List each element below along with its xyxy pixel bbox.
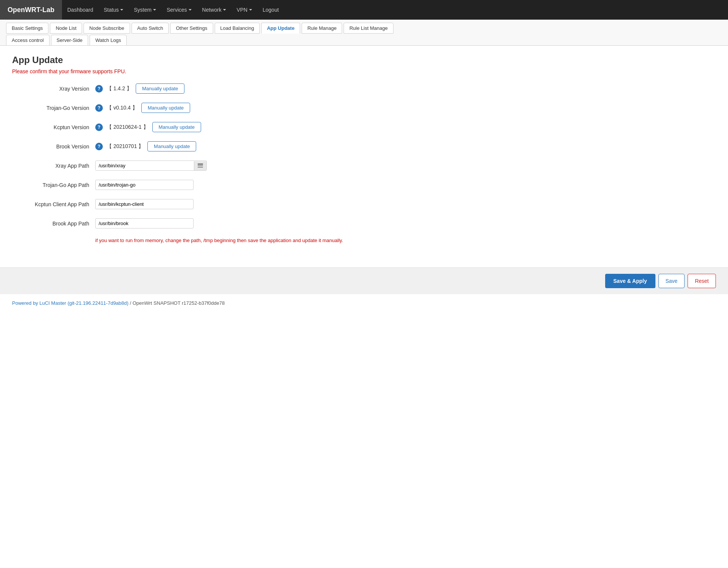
tabs-container: Basic Settings Node List Node Subscribe … bbox=[0, 20, 728, 46]
svg-rect-1 bbox=[198, 165, 203, 166]
kcptun-path-field bbox=[95, 199, 194, 209]
trojan-path-input[interactable] bbox=[95, 180, 194, 190]
nav-item-network[interactable]: Network bbox=[197, 0, 231, 20]
brook-version-row: Brook Version ? 【 20210701 】 Manually up… bbox=[12, 141, 716, 151]
tab-auto-switch[interactable]: Auto Switch bbox=[132, 23, 169, 34]
nav-link-system[interactable]: System bbox=[129, 0, 161, 20]
navbar: OpenWRT-Lab Dashboard Status System Serv… bbox=[0, 0, 728, 20]
main-content: App Update Please confirm that your firm… bbox=[0, 46, 728, 261]
save-button[interactable]: Save bbox=[658, 274, 685, 288]
nav-item-dashboard[interactable]: Dashboard bbox=[62, 0, 99, 20]
kcptun-version-label: Kcptun Version bbox=[12, 124, 95, 130]
tab-basic-settings[interactable]: Basic Settings bbox=[6, 23, 48, 34]
caret-icon bbox=[120, 9, 123, 11]
tab-node-subscribe[interactable]: Node Subscribe bbox=[84, 23, 130, 34]
nav-item-logout[interactable]: Logout bbox=[257, 0, 284, 20]
xray-path-label: Xray App Path bbox=[12, 163, 95, 169]
reset-button[interactable]: Reset bbox=[688, 274, 716, 288]
svg-rect-2 bbox=[198, 167, 203, 168]
brook-update-button[interactable]: Manually update bbox=[147, 141, 196, 151]
trojan-path-row: Trojan-Go App Path bbox=[12, 180, 716, 190]
nav-item-system[interactable]: System bbox=[129, 0, 161, 20]
caret-icon bbox=[153, 9, 156, 11]
tab-node-list[interactable]: Node List bbox=[50, 23, 82, 34]
tabs-row2: Access control Server-Side Watch Logs bbox=[6, 35, 722, 45]
brook-path-row: Brook App Path bbox=[12, 218, 716, 228]
xray-update-button[interactable]: Manually update bbox=[136, 83, 184, 94]
kcptun-version-field: ? 【 20210624-1 】 Manually update bbox=[95, 122, 201, 132]
trojan-path-field bbox=[95, 180, 194, 190]
nav-list: Dashboard Status System Services Network bbox=[62, 0, 284, 20]
kcptun-update-button[interactable]: Manually update bbox=[152, 122, 201, 132]
tab-rule-list-manage[interactable]: Rule List Manage bbox=[344, 23, 393, 34]
page-title: App Update bbox=[12, 55, 716, 65]
tab-app-update[interactable]: App Update bbox=[261, 23, 300, 34]
warning-text: Please confirm that your firmware suppor… bbox=[12, 68, 716, 74]
brook-path-label: Brook App Path bbox=[12, 221, 95, 227]
xray-help-icon[interactable]: ? bbox=[95, 85, 103, 93]
nav-item-vpn[interactable]: VPN bbox=[231, 0, 257, 20]
kcptun-version-row: Kcptun Version ? 【 20210624-1 】 Manually… bbox=[12, 122, 716, 132]
nav-link-logout[interactable]: Logout bbox=[257, 0, 284, 20]
nav-link-status[interactable]: Status bbox=[99, 0, 129, 20]
tab-server-side[interactable]: Server-Side bbox=[51, 35, 88, 46]
nav-link-vpn[interactable]: VPN bbox=[231, 0, 257, 20]
xray-path-field bbox=[95, 161, 207, 171]
luci-link[interactable]: Powered by LuCI Master (git-21.196.22411… bbox=[12, 300, 129, 306]
trojan-update-button[interactable]: Manually update bbox=[141, 103, 190, 113]
kcptun-path-input[interactable] bbox=[95, 199, 194, 209]
kcptun-path-label: Kcptun Client App Path bbox=[12, 201, 95, 207]
brand: OpenWRT-Lab bbox=[0, 0, 62, 20]
nav-link-services[interactable]: Services bbox=[161, 0, 197, 20]
powered-by-rest: / OpenWrt SNAPSHOT r17252-b37f0dde78 bbox=[130, 300, 225, 306]
tab-rule-manage[interactable]: Rule Manage bbox=[302, 23, 342, 34]
xray-version-row: Xray Version ? 【 1.4.2 】 Manually update bbox=[12, 83, 716, 94]
browse-icon bbox=[197, 163, 203, 169]
xray-path-row: Xray App Path bbox=[12, 161, 716, 171]
trojan-version-label: Trojan-Go Version bbox=[12, 105, 95, 111]
tab-load-balancing[interactable]: Load Balancing bbox=[215, 23, 260, 34]
trojan-path-label: Trojan-Go App Path bbox=[12, 182, 95, 188]
kcptun-path-row: Kcptun Client App Path bbox=[12, 199, 716, 209]
tab-other-settings[interactable]: Other Settings bbox=[170, 23, 213, 34]
tab-watch-logs[interactable]: Watch Logs bbox=[90, 35, 127, 46]
brook-path-field bbox=[95, 218, 194, 228]
tabs-row1: Basic Settings Node List Node Subscribe … bbox=[6, 23, 722, 33]
trojan-version-text: 【 v0.10.4 】 bbox=[107, 105, 138, 111]
kcptun-help-icon[interactable]: ? bbox=[95, 123, 103, 131]
brook-version-field: ? 【 20210701 】 Manually update bbox=[95, 141, 196, 151]
info-text: if you want to run from memory, change t… bbox=[95, 238, 716, 243]
trojan-version-field: ? 【 v0.10.4 】 Manually update bbox=[95, 103, 190, 113]
brook-help-icon[interactable]: ? bbox=[95, 143, 103, 150]
svg-rect-0 bbox=[198, 164, 203, 165]
nav-item-services[interactable]: Services bbox=[161, 0, 197, 20]
powered-by: Powered by LuCI Master (git-21.196.22411… bbox=[0, 294, 728, 312]
trojan-help-icon[interactable]: ? bbox=[95, 104, 103, 112]
caret-icon bbox=[223, 9, 226, 11]
kcptun-version-text: 【 20210624-1 】 bbox=[107, 124, 149, 131]
xray-path-browse-button[interactable] bbox=[194, 161, 206, 170]
tab-access-control[interactable]: Access control bbox=[6, 35, 50, 46]
caret-icon bbox=[189, 9, 192, 11]
save-apply-button[interactable]: Save & Apply bbox=[605, 274, 655, 288]
nav-link-network[interactable]: Network bbox=[197, 0, 231, 20]
xray-version-text: 【 1.4.2 】 bbox=[107, 85, 132, 92]
caret-icon bbox=[249, 9, 252, 11]
nav-link-dashboard[interactable]: Dashboard bbox=[62, 0, 99, 20]
brook-version-text: 【 20210701 】 bbox=[107, 143, 144, 150]
xray-path-input[interactable] bbox=[96, 161, 194, 170]
xray-path-input-group bbox=[95, 161, 207, 171]
xray-version-field: ? 【 1.4.2 】 Manually update bbox=[95, 83, 184, 94]
nav-item-status[interactable]: Status bbox=[99, 0, 129, 20]
footer-bar: Save & Apply Save Reset bbox=[0, 267, 728, 294]
brook-path-input[interactable] bbox=[95, 218, 194, 228]
trojan-version-row: Trojan-Go Version ? 【 v0.10.4 】 Manually… bbox=[12, 103, 716, 113]
brook-version-label: Brook Version bbox=[12, 144, 95, 150]
xray-version-label: Xray Version bbox=[12, 86, 95, 92]
